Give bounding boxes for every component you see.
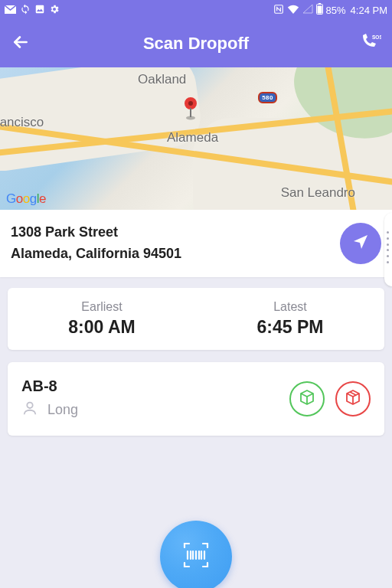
earliest-value: 8:00 AM (8, 317, 196, 338)
drag-handle-icon (383, 230, 392, 265)
earliest-label: Earliest (8, 300, 196, 314)
battery-icon (316, 3, 323, 17)
status-clock: 4:24 PM (351, 5, 387, 16)
svg-rect-1 (36, 5, 44, 13)
settings-sync-icon (49, 4, 60, 17)
box-closed-icon (344, 388, 362, 410)
address-card: 1308 Park Street Alameda, California 945… (0, 210, 392, 277)
page-title: Scan Dropoff (143, 34, 249, 54)
latest-column: Latest 6:45 PM (196, 300, 384, 338)
cell-signal-icon (302, 4, 313, 16)
map-city-label: rancisco (0, 115, 44, 130)
map-pin-icon (182, 96, 199, 124)
time-window-card: Earliest 8:00 AM Latest 6:45 PM (8, 288, 384, 350)
image-icon (34, 4, 45, 17)
back-button[interactable] (11, 32, 31, 55)
latest-value: 6:45 PM (196, 317, 384, 338)
highway-shield-icon: 580 (258, 92, 277, 103)
battery-percentage: 85% (326, 5, 346, 16)
nfc-icon (273, 4, 284, 17)
map-city-label: San Leandro (281, 185, 355, 201)
address-line1: 1308 Park Street (11, 222, 181, 243)
recipient-name: Long (47, 402, 78, 418)
box-open-icon (298, 388, 316, 410)
package-reject-button[interactable] (335, 381, 371, 416)
dropoff-address: 1308 Park Street Alameda, California 945… (11, 222, 181, 265)
map-view[interactable]: Oakland Alameda rancisco San Leandro 580… (0, 67, 392, 210)
app-header: Scan Dropoff SOS (0, 20, 392, 67)
sos-call-button[interactable]: SOS (358, 32, 381, 55)
svg-point-10 (27, 402, 32, 407)
package-confirm-button[interactable] (289, 381, 325, 416)
status-notifications (5, 4, 60, 17)
svg-text:SOS: SOS (372, 34, 381, 40)
earliest-column: Earliest 8:00 AM (8, 300, 196, 338)
map-city-label: Oakland (138, 72, 186, 87)
svg-rect-5 (317, 6, 322, 14)
package-code: AB-8 (21, 377, 289, 395)
wifi-icon (287, 4, 299, 16)
package-card[interactable]: AB-8 Long (8, 362, 384, 436)
barcode-scan-icon (178, 537, 214, 576)
google-attribution: Google (6, 191, 46, 207)
sync-icon (20, 4, 31, 17)
address-line2: Alameda, California 94501 (11, 243, 181, 265)
android-status-bar: 85% 4:24 PM (0, 0, 392, 20)
gmail-icon (5, 5, 16, 16)
navigate-button[interactable] (340, 223, 381, 264)
person-icon (21, 400, 38, 420)
scan-barcode-button[interactable] (160, 521, 232, 588)
map-city-label: Alameda (167, 130, 218, 145)
status-system: 85% 4:24 PM (273, 3, 387, 17)
latest-label: Latest (196, 300, 384, 314)
svg-point-9 (188, 101, 193, 106)
navigation-arrow-icon (351, 233, 370, 254)
